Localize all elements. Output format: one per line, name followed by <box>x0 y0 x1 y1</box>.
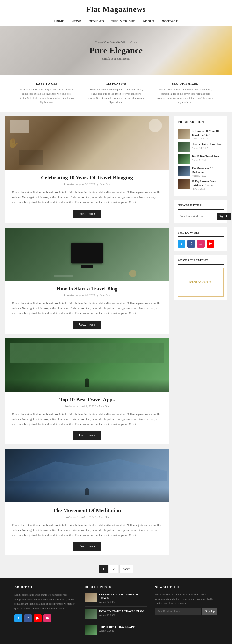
nav-item-home[interactable]: HOME <box>54 19 64 23</box>
article-excerpt-1: Etiam placerat velit vitae dui blandit s… <box>12 190 162 204</box>
popular-post-thumb <box>178 166 190 176</box>
read-more-button-2[interactable]: Read more <box>73 320 101 329</box>
next-page-button[interactable]: Next <box>120 565 133 573</box>
read-more-button-3[interactable]: Read more <box>73 432 101 440</box>
footer-facebook-icon[interactable]: f <box>24 614 32 622</box>
recent-thumb-img <box>84 592 97 602</box>
post-thumbnail <box>178 129 190 139</box>
ad-title: Advertisement <box>178 258 224 265</box>
article-body-1: Celebrating 10 Years Of Travel Blogging … <box>5 170 169 222</box>
recent-post-date: August 24, 2022 <box>99 601 148 604</box>
ad-text: Banner Ad 300x300 <box>189 280 212 284</box>
footer-about-text: Sed ut perspiciatis unde omnis iste natu… <box>14 592 77 611</box>
newsletter-title: Newsletter <box>178 204 224 210</box>
popular-post-date: August 18, 2022 <box>192 147 224 149</box>
article-image-1: ✋ <box>5 116 169 170</box>
nav-item-contact[interactable]: CONTACT <box>162 19 178 23</box>
article-image-2 <box>5 228 169 281</box>
footer-youtube-icon[interactable]: ▶ <box>34 614 42 622</box>
article-meta-1: Posted on August 24, 2022 by Jane Doe <box>12 182 162 186</box>
popular-post-item: The Movement Of Meditation August 3, 202… <box>178 166 224 177</box>
popular-posts-section: Popular Posts Celebrating 10 Years Of Tr… <box>174 116 227 196</box>
popular-post-title[interactable]: Celebrating 10 Years Of Travel Blogging <box>192 129 224 137</box>
page-button-2[interactable]: 2 <box>109 565 118 573</box>
article-title-1: Celebrating 10 Years Of Travel Blogging <box>12 174 162 181</box>
post-thumbnail <box>178 180 190 189</box>
footer-about: ABOUT ME Sed ut perspiciatis unde omnis … <box>14 585 77 641</box>
popular-post-title[interactable]: How to Start a Travel Blog <box>192 142 224 146</box>
article-card-1: ✋ Celebrating 10 Years Of Travel Bloggin… <box>5 116 169 222</box>
popular-post-info: How to Start a Travel Blog August 18, 20… <box>192 142 224 149</box>
footer-signup-button[interactable]: Sign Up <box>202 608 218 615</box>
article-image-4 <box>5 449 169 502</box>
footer-email-input[interactable] <box>155 608 201 615</box>
recent-post-thumb <box>84 610 97 619</box>
footer-newsletter: NEWSLETTER Etiam placerat velit vitae du… <box>155 585 218 641</box>
feature-text: Accus antlam et dolor emque veri talls a… <box>18 88 76 104</box>
newsletter-signup-button[interactable]: Sign Up <box>216 212 231 220</box>
nav-item-about[interactable]: ABOUT <box>143 19 155 23</box>
feature-text: Accus antlam et dolor emque veri talls a… <box>156 88 214 104</box>
popular-post-info: The Movement Of Meditation August 3, 202… <box>192 166 224 177</box>
popular-post-title[interactable]: Top 10 Best Travel Apps <box>192 154 224 158</box>
footer-newsletter-text: Etiam placerat velit vitae dui blandit s… <box>155 592 218 605</box>
feature-title: SEO OPTIMIZED <box>156 82 214 86</box>
hero-content: Create Your Website With 1 Click Pure El… <box>90 40 142 61</box>
youtube-icon[interactable]: ▶ <box>206 240 214 248</box>
advertisement-section: Advertisement Banner Ad 300x300 <box>174 255 227 300</box>
recent-post-info: CELEBRATING 10 YEARS OF TRAVEL August 24… <box>99 592 148 604</box>
twitter-icon[interactable]: t <box>178 240 185 248</box>
page-button-1[interactable]: 1 <box>99 565 108 573</box>
popular-post-item: Celebrating 10 Years Of Travel Blogging … <box>178 129 224 140</box>
article-body-2: How to Start a Travel Blog Posted on Aug… <box>5 281 169 334</box>
nav-item-news[interactable]: NEWS <box>72 19 82 23</box>
popular-post-thumb <box>178 129 190 139</box>
recent-thumb-img <box>84 610 97 619</box>
hero-subtitle: Create Your Website With 1 Click <box>90 40 142 44</box>
newsletter-section: Newsletter Sign Up <box>174 200 227 224</box>
newsletter-email-input[interactable] <box>178 212 215 220</box>
popular-post-title[interactable]: The Movement Of Meditation <box>192 166 224 174</box>
social-icons: t f in ▶ <box>178 240 224 248</box>
footer-recent-posts-title: RECENT POSTS <box>84 585 148 589</box>
footer-twitter-icon[interactable]: t <box>14 614 22 622</box>
recent-post-title[interactable]: HOW TO START A TRAVEL BLOG <box>99 610 148 613</box>
hero-tagline: Simple But Significant <box>90 57 142 61</box>
facebook-icon[interactable]: f <box>187 240 195 248</box>
popular-posts-title: Popular Posts <box>178 120 224 126</box>
main-wrapper: ✋ Celebrating 10 Years Of Travel Bloggin… <box>0 116 232 560</box>
read-more-button-1[interactable]: Read more <box>73 210 101 218</box>
nav-item-tips[interactable]: TIPS & TRICKS <box>111 19 135 23</box>
content-area: ✋ Celebrating 10 Years Of Travel Bloggin… <box>5 116 169 560</box>
read-more-button-4[interactable]: Read more <box>73 542 101 550</box>
article-excerpt-4: Etiam placerat velit vitae dui blandit s… <box>12 523 162 538</box>
follow-title: Follow Me <box>178 231 224 237</box>
feature-responsive: RESPONSIVEAccus antlam et dolor emque ve… <box>84 80 148 107</box>
popular-post-info: Top 10 Best Travel Apps August 9, 2022 <box>192 154 224 161</box>
footer-social-icons: t f ▶ in <box>14 614 77 622</box>
post-thumbnail <box>178 142 190 152</box>
popular-post-title[interactable]: 10 Key Lessons From Building a Travel... <box>192 180 224 187</box>
popular-post-info: Celebrating 10 Years Of Travel Blogging … <box>192 129 224 140</box>
recent-post-info: HOW TO START A TRAVEL BLOG August 18, 20… <box>99 610 148 616</box>
newsletter-form: Sign Up <box>178 212 224 220</box>
popular-post-date: August 9, 2022 <box>192 159 224 161</box>
pagination: 12Next <box>0 565 232 573</box>
recent-post-title[interactable]: TOP 10 BEST TRAVEL APPS <box>99 625 148 629</box>
post-thumbnail <box>178 166 190 176</box>
popular-posts-list: Celebrating 10 Years Of Travel Blogging … <box>178 129 224 190</box>
popular-post-date: July 31, 2022 <box>192 188 224 190</box>
instagram-icon[interactable]: in <box>197 240 205 248</box>
popular-post-item: Top 10 Best Travel Apps August 9, 2022 <box>178 154 224 164</box>
popular-post-date: August 24, 2022 <box>192 137 224 140</box>
footer-recent-post-item: TOP 10 BEST TRAVEL APPS August 9, 2022 <box>84 625 148 638</box>
footer-about-title: ABOUT ME <box>14 585 77 589</box>
footer-grid: ABOUT ME Sed ut perspiciatis unde omnis … <box>14 585 218 641</box>
feature-title: RESPONSIVE <box>88 82 145 86</box>
footer-recent-post-item: HOW TO START A TRAVEL BLOG August 18, 20… <box>84 610 148 622</box>
footer-instagram-icon[interactable]: in <box>44 614 51 622</box>
recent-post-title[interactable]: CELEBRATING 10 YEARS OF TRAVEL <box>99 592 148 600</box>
nav-item-reviews[interactable]: REVIEWS <box>89 19 104 23</box>
article-card-3: Top 10 Best Travel Apps Posted on August… <box>5 338 169 444</box>
footer-recent-post-item: CELEBRATING 10 YEARS OF TRAVEL August 24… <box>84 592 148 606</box>
